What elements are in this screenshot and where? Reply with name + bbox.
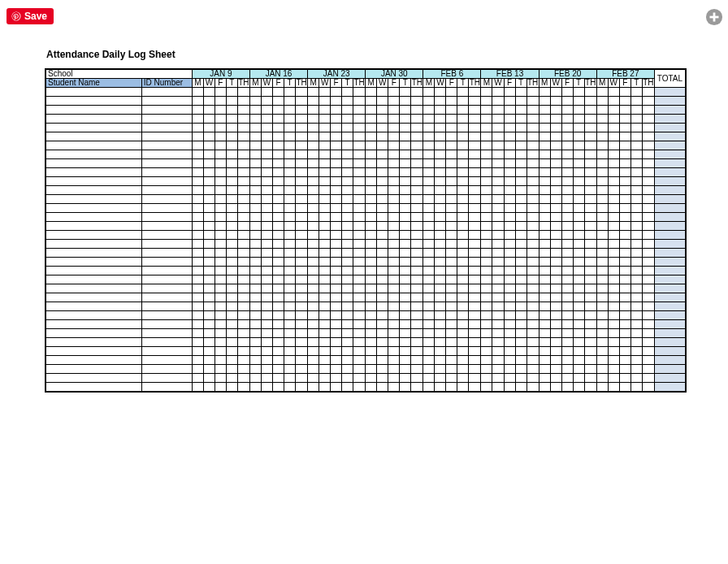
attendance-cell[interactable] [469, 284, 481, 293]
attendance-cell[interactable] [366, 374, 377, 383]
attendance-cell[interactable] [492, 311, 504, 320]
attendance-cell[interactable] [203, 132, 214, 141]
attendance-cell[interactable] [561, 329, 573, 338]
attendance-cell[interactable] [561, 141, 573, 150]
attendance-cell[interactable] [492, 347, 504, 356]
attendance-cell[interactable] [377, 141, 388, 150]
attendance-cell[interactable] [342, 132, 353, 141]
attendance-cell[interactable] [261, 168, 272, 177]
attendance-cell[interactable] [539, 141, 550, 150]
attendance-cell[interactable] [457, 222, 469, 231]
attendance-cell[interactable] [411, 374, 423, 383]
attendance-cell[interactable] [308, 338, 319, 347]
attendance-cell[interactable] [481, 97, 492, 106]
attendance-cell[interactable] [619, 106, 630, 115]
attendance-cell[interactable] [192, 231, 203, 240]
attendance-cell[interactable] [388, 204, 400, 213]
attendance-cell[interactable] [435, 338, 446, 347]
attendance-cell[interactable] [608, 293, 619, 302]
attendance-cell[interactable] [353, 365, 366, 374]
attendance-cell[interactable] [411, 204, 423, 213]
attendance-cell[interactable] [249, 88, 261, 97]
student-name-cell[interactable] [46, 240, 141, 249]
attendance-cell[interactable] [573, 132, 584, 141]
attendance-cell[interactable] [366, 249, 377, 258]
attendance-cell[interactable] [550, 275, 561, 284]
attendance-cell[interactable] [226, 222, 237, 231]
attendance-cell[interactable] [214, 106, 226, 115]
attendance-cell[interactable] [573, 267, 584, 275]
attendance-cell[interactable] [446, 124, 457, 132]
attendance-cell[interactable] [539, 267, 550, 275]
attendance-cell[interactable] [377, 132, 388, 141]
attendance-cell[interactable] [573, 115, 584, 124]
attendance-cell[interactable] [192, 186, 203, 195]
attendance-cell[interactable] [331, 284, 342, 293]
attendance-cell[interactable] [249, 132, 261, 141]
attendance-cell[interactable] [237, 356, 249, 365]
attendance-cell[interactable] [492, 267, 504, 275]
attendance-cell[interactable] [411, 88, 423, 97]
attendance-cell[interactable] [388, 213, 400, 222]
attendance-cell[interactable] [273, 240, 284, 249]
attendance-cell[interactable] [284, 383, 296, 392]
attendance-cell[interactable] [492, 168, 504, 177]
attendance-cell[interactable] [619, 284, 630, 293]
attendance-cell[interactable] [308, 311, 319, 320]
student-name-cell[interactable] [46, 124, 141, 132]
attendance-cell[interactable] [526, 311, 539, 320]
attendance-cell[interactable] [308, 186, 319, 195]
attendance-cell[interactable] [469, 302, 481, 311]
attendance-cell[interactable] [296, 356, 308, 365]
attendance-cell[interactable] [596, 177, 608, 186]
attendance-cell[interactable] [469, 347, 481, 356]
attendance-cell[interactable] [203, 311, 214, 320]
attendance-cell[interactable] [526, 177, 539, 186]
attendance-cell[interactable] [469, 293, 481, 302]
attendance-cell[interactable] [284, 356, 296, 365]
attendance-cell[interactable] [226, 97, 237, 106]
attendance-cell[interactable] [423, 168, 435, 177]
attendance-cell[interactable] [642, 275, 654, 284]
attendance-cell[interactable] [237, 222, 249, 231]
attendance-cell[interactable] [630, 329, 642, 338]
attendance-cell[interactable] [446, 186, 457, 195]
id-number-cell[interactable] [141, 177, 192, 186]
attendance-cell[interactable] [319, 240, 331, 249]
attendance-cell[interactable] [481, 177, 492, 186]
attendance-cell[interactable] [261, 195, 272, 204]
attendance-cell[interactable] [630, 141, 642, 150]
attendance-cell[interactable] [423, 97, 435, 106]
attendance-cell[interactable] [630, 88, 642, 97]
attendance-cell[interactable] [504, 115, 515, 124]
id-number-cell[interactable] [141, 249, 192, 258]
attendance-cell[interactable] [630, 240, 642, 249]
attendance-cell[interactable] [237, 374, 249, 383]
attendance-cell[interactable] [446, 159, 457, 168]
attendance-cell[interactable] [366, 106, 377, 115]
attendance-cell[interactable] [469, 275, 481, 284]
attendance-cell[interactable] [608, 132, 619, 141]
attendance-cell[interactable] [319, 132, 331, 141]
attendance-cell[interactable] [214, 124, 226, 132]
attendance-cell[interactable] [400, 267, 411, 275]
id-number-cell[interactable] [141, 132, 192, 141]
attendance-cell[interactable] [515, 177, 526, 186]
attendance-cell[interactable] [550, 168, 561, 177]
attendance-cell[interactable] [261, 329, 272, 338]
attendance-cell[interactable] [331, 249, 342, 258]
attendance-cell[interactable] [481, 186, 492, 195]
attendance-cell[interactable] [388, 124, 400, 132]
attendance-cell[interactable] [642, 338, 654, 347]
attendance-cell[interactable] [539, 320, 550, 329]
attendance-cell[interactable] [504, 356, 515, 365]
attendance-cell[interactable] [388, 338, 400, 347]
attendance-cell[interactable] [446, 204, 457, 213]
attendance-cell[interactable] [400, 293, 411, 302]
attendance-cell[interactable] [249, 275, 261, 284]
attendance-cell[interactable] [331, 204, 342, 213]
attendance-cell[interactable] [469, 159, 481, 168]
attendance-cell[interactable] [226, 168, 237, 177]
attendance-cell[interactable] [261, 338, 272, 347]
attendance-cell[interactable] [561, 168, 573, 177]
